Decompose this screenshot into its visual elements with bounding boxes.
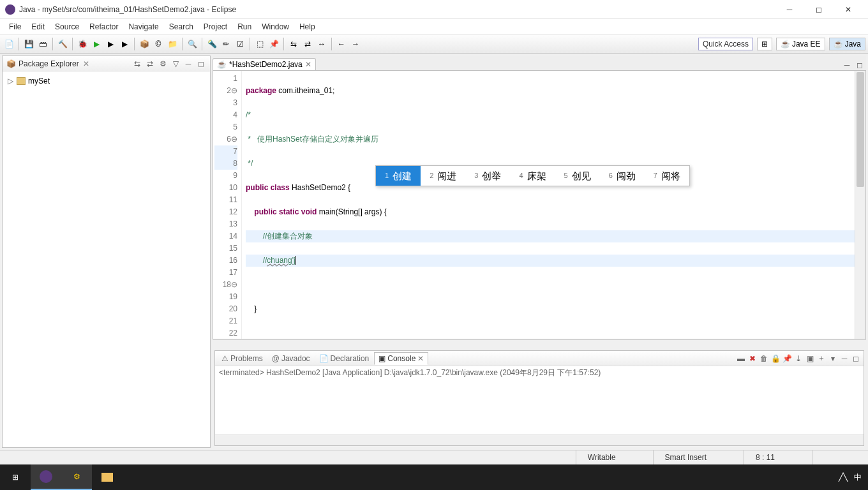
minimize-view-icon[interactable]: ─ — [183, 59, 193, 69]
menu-run[interactable]: Run — [232, 20, 257, 33]
close-icon[interactable]: ✕ — [417, 354, 424, 363]
console-drop-icon[interactable]: ▾ — [828, 353, 838, 364]
menu-window[interactable]: Window — [257, 20, 294, 33]
console-pin-icon[interactable]: 📌 — [782, 353, 792, 364]
javadoc-icon: @ — [272, 354, 280, 363]
pin-button[interactable]: 📌 — [267, 38, 280, 50]
close-button[interactable]: ✕ — [834, 1, 863, 19]
menu-source[interactable]: Source — [50, 20, 84, 33]
code-editor[interactable]: 12⊖3456⊖789101112131415161718⊖19202122 p… — [213, 71, 866, 339]
tab-console[interactable]: ▣Console ✕ — [374, 352, 428, 365]
tree-node-project[interactable]: ▷ mySet — [6, 75, 206, 87]
expand-icon[interactable]: ▷ — [8, 77, 14, 85]
minimize-button[interactable]: ─ — [775, 1, 804, 19]
toolbar: 📄 💾 🗃 🔨 🐞 ▶ ▶ ▶ 📦 © 📁 🔍 🔦 ✏ ☑ ⬚ 📌 ⇆ ⇄ ↔ … — [0, 34, 868, 54]
toggle-button[interactable]: ⬚ — [253, 38, 266, 50]
tab-javadoc[interactable]: @Javadoc — [268, 353, 314, 364]
ime-candidate-5[interactable]: 5创见 — [555, 166, 600, 186]
console-remove-icon[interactable]: ▬ — [736, 353, 746, 364]
menu-help[interactable]: Help — [294, 20, 320, 33]
minimize-view-icon[interactable]: ─ — [839, 353, 849, 364]
editor-horizontal-scrollbar[interactable] — [213, 339, 866, 350]
run-button[interactable]: ▶ — [90, 38, 103, 50]
console-open-icon[interactable]: ▣ — [805, 353, 815, 364]
package-explorer-header: 📦 Package Explorer ✕ ⇆ ⇄ ⚙ ▽ ─ ◻ — [3, 56, 210, 71]
new-package-button[interactable]: 📦 — [138, 38, 151, 50]
menu-navigate[interactable]: Navigate — [123, 20, 163, 33]
code-area[interactable]: package com.itheima_01; /* * 使用HashSet存储… — [242, 71, 855, 339]
editor-tab-active[interactable]: ☕ *HashSetDemo2.java ✕ — [213, 58, 316, 70]
run-last-button[interactable]: ▶ — [104, 38, 117, 50]
back-button[interactable]: ← — [335, 38, 348, 50]
build-button[interactable]: 🔨 — [56, 38, 69, 50]
tab-declaration[interactable]: 📄Declaration — [315, 353, 373, 364]
link-editor-icon[interactable]: ⇄ — [145, 59, 155, 69]
new-folder-button[interactable]: 📁 — [166, 38, 179, 50]
tab-problems[interactable]: ⚠Problems — [218, 353, 267, 364]
ime-candidate-4[interactable]: 4床架 — [510, 166, 555, 186]
editor-vertical-scrollbar[interactable] — [855, 71, 865, 339]
maximize-view-icon[interactable]: ◻ — [851, 353, 861, 364]
console-removeall-icon[interactable]: ✖ — [747, 353, 758, 364]
filter-icon[interactable]: ⚙ — [158, 59, 168, 69]
taskbar-app2[interactable]: ⚙ — [61, 464, 92, 490]
ime-candidate-6[interactable]: 6闯劲 — [600, 166, 645, 186]
bottom-tabs: ⚠Problems @Javadoc 📄Declaration ▣Console… — [215, 351, 864, 366]
perspective-java[interactable]: ☕Java — [829, 38, 865, 50]
ime-candidate-1[interactable]: 1创建 — [376, 166, 421, 186]
console-horizontal-scrollbar[interactable] — [215, 434, 864, 445]
debug-button[interactable]: 🐞 — [76, 38, 89, 50]
open-type-button[interactable]: 🔍 — [186, 38, 198, 50]
console-header-text: <terminated> HashSetDemo2 [Java Applicat… — [219, 368, 860, 378]
ime-indicator[interactable]: 中 — [854, 472, 862, 483]
ime-candidate-3[interactable]: 3创举 — [465, 166, 510, 186]
new-button[interactable]: 📄 — [3, 38, 15, 50]
annotate-button[interactable]: ✏ — [220, 38, 232, 50]
ime-candidate-7[interactable]: 7闯将 — [645, 166, 689, 186]
save-button[interactable]: 💾 — [22, 38, 35, 50]
new-class-button[interactable]: © — [152, 38, 165, 50]
perspective-javaee[interactable]: ☕Java EE — [776, 38, 825, 50]
console-clear-icon[interactable]: 🗑 — [759, 353, 769, 364]
search-button[interactable]: 🔦 — [206, 38, 218, 50]
save-all-button[interactable]: 🗃 — [36, 38, 49, 50]
menu-file[interactable]: File — [4, 20, 26, 33]
forward-button[interactable]: → — [349, 38, 362, 50]
ime-candidate-2[interactable]: 2闯进 — [421, 166, 465, 186]
console-output[interactable]: <terminated> HashSetDemo2 [Java Applicat… — [215, 366, 864, 434]
nav3-button[interactable]: ↔ — [315, 38, 328, 50]
separator — [134, 38, 135, 50]
close-tab-icon[interactable]: ✕ — [305, 60, 311, 69]
quick-access[interactable]: Quick Access — [698, 38, 753, 50]
perspective-switcher-icon[interactable]: ⊞ — [757, 38, 772, 50]
ime-candidate-window[interactable]: 1创建 2闯进 3创举 4床架 5创见 6闯劲 7闯将 — [375, 165, 690, 186]
project-tree[interactable]: ▷ mySet — [3, 71, 210, 447]
console-lock-icon[interactable]: 🔒 — [770, 353, 781, 364]
separator — [182, 38, 183, 50]
maximize-view-icon[interactable]: ◻ — [196, 59, 206, 69]
workspace: 📦 Package Explorer ✕ ⇆ ⇄ ⚙ ▽ ─ ◻ ▷ mySet… — [0, 54, 868, 450]
menu-refactor[interactable]: Refactor — [84, 20, 123, 33]
nav2-button[interactable]: ⇄ — [301, 38, 314, 50]
coverage-button[interactable]: ▶ — [118, 38, 131, 50]
tray-expand-icon[interactable]: ╱╲ — [839, 473, 848, 482]
taskbar-eclipse[interactable] — [31, 464, 61, 490]
minimize-editor-icon[interactable]: ─ — [842, 60, 852, 70]
close-view-icon[interactable]: ✕ — [83, 59, 89, 68]
scrollbar-thumb[interactable] — [857, 72, 864, 187]
nav-button[interactable]: ⇆ — [287, 38, 300, 50]
console-new-icon[interactable]: ＋ — [816, 353, 827, 364]
console-scroll-icon[interactable]: ⤓ — [793, 353, 804, 364]
system-tray[interactable]: ╱╲ 中 — [832, 472, 868, 483]
view-menu-icon[interactable]: ▽ — [170, 59, 181, 69]
menu-search[interactable]: Search — [164, 20, 198, 33]
console-icon: ▣ — [378, 354, 385, 363]
start-button[interactable]: ⊞ — [0, 464, 31, 490]
maximize-button[interactable]: ◻ — [804, 1, 834, 19]
task-button[interactable]: ☑ — [234, 38, 246, 50]
maximize-editor-icon[interactable]: ◻ — [855, 60, 865, 70]
menu-edit[interactable]: Edit — [26, 20, 50, 33]
menu-project[interactable]: Project — [198, 20, 232, 33]
taskbar-explorer[interactable] — [92, 464, 123, 490]
collapse-all-icon[interactable]: ⇆ — [132, 59, 142, 69]
